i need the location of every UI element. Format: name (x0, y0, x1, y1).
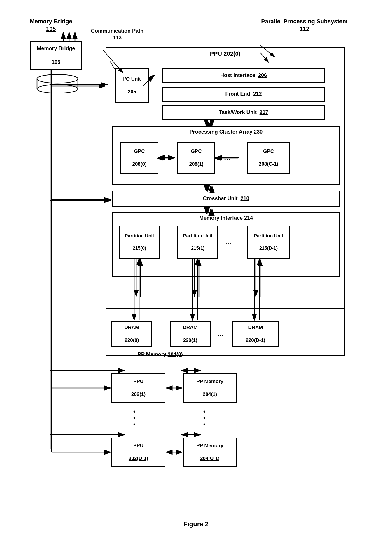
ppm-dots-v1: ••• (203, 408, 206, 428)
memory-bridge-label: Memory Bridge 105 (30, 18, 72, 33)
crossbar-box: Crossbar Unit 210 (112, 191, 340, 207)
pp-mem0-label: PP Memory 204(0) (138, 352, 183, 358)
ppuU-box: PPU 202(U-1) (111, 438, 165, 467)
dram0-box: DRAM 220(0) (111, 321, 152, 347)
gpcN-box: GPC 208(C-1) (247, 142, 290, 174)
gpc-dots: ··· (224, 155, 230, 164)
cylinder-shape (36, 74, 79, 93)
dram-dots: ··· (217, 331, 224, 340)
comm-path-label: Communication Path 113 (91, 28, 144, 41)
pca-outer-box: Processing Cluster Array 230 GPC 208(0) … (112, 126, 340, 185)
svg-point-31 (37, 85, 78, 93)
dramN-box: DRAM 220(D-1) (232, 321, 279, 347)
mi-outer-box: Memory Interface 214 Partition Unit 215(… (112, 212, 340, 277)
pu1-box: Partition Unit 215(1) (177, 226, 218, 259)
pu-dots: ··· (225, 240, 232, 249)
ppu-dots-v1: ••• (133, 408, 136, 428)
io-unit-box: I/O Unit 205 (115, 68, 149, 103)
mi-label: Memory Interface 214 (199, 215, 253, 221)
ppu1-box: PPU 202(1) (111, 373, 165, 403)
gpc0-box: GPC 208(0) (120, 142, 158, 174)
pu0-box: Partition Unit 215(0) (119, 226, 160, 259)
task-work-box: Task/Work Unit 207 (162, 105, 325, 120)
puN-box: Partition Unit 215(D-1) (247, 226, 290, 259)
ppu0-outer-box: PPU 202(0) I/O Unit 205 Host Interface 2… (106, 47, 345, 309)
host-interface-box: Host Interface 206 (162, 68, 325, 83)
memory-bridge-box: Memory Bridge 105 (30, 41, 82, 70)
ppmU-box: PP Memory 204(U-1) (183, 438, 237, 467)
ppm1-box: PP Memory 204(1) (183, 373, 237, 403)
dram1-box: DRAM 220(1) (170, 321, 211, 347)
svg-point-28 (37, 74, 78, 83)
pca-label: Processing Cluster Array 230 (190, 129, 262, 135)
pps-label: Parallel Processing Subsystem 112 (261, 18, 348, 33)
gpc1-box: GPC 208(1) (177, 142, 215, 174)
front-end-box: Front End 212 (162, 87, 325, 102)
figure-caption: Figure 2 (21, 520, 371, 528)
ppu0-label: PPU 202(0) (210, 50, 241, 57)
